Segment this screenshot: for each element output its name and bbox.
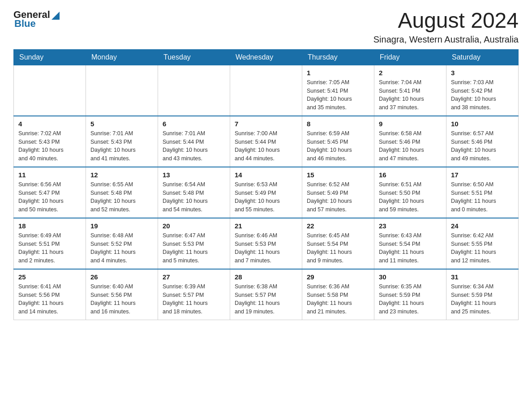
calendar-header-wednesday: Wednesday [230,49,302,65]
day-info: Sunrise: 6:54 AM Sunset: 5:48 PM Dayligh… [163,180,225,214]
logo-blue-text: Blue [14,18,36,30]
day-info: Sunrise: 6:53 AM Sunset: 5:49 PM Dayligh… [235,180,297,214]
day-info: Sunrise: 6:39 AM Sunset: 5:57 PM Dayligh… [163,283,225,316]
day-number: 28 [235,273,297,281]
calendar-cell [86,65,158,116]
day-number: 17 [451,171,514,179]
page-header: General Blue August 2024 Sinagra, Wester… [13,9,519,45]
day-number: 1 [307,69,369,77]
day-number: 18 [18,222,81,230]
day-info: Sunrise: 6:41 AM Sunset: 5:56 PM Dayligh… [18,283,81,316]
calendar-cell: 16Sunrise: 6:51 AM Sunset: 5:50 PM Dayli… [374,167,446,218]
day-info: Sunrise: 6:49 AM Sunset: 5:51 PM Dayligh… [18,231,81,265]
calendar-cell: 21Sunrise: 6:46 AM Sunset: 5:53 PM Dayli… [230,218,302,269]
day-info: Sunrise: 6:45 AM Sunset: 5:54 PM Dayligh… [307,231,369,265]
day-info: Sunrise: 6:43 AM Sunset: 5:54 PM Dayligh… [379,231,442,265]
calendar-header-friday: Friday [374,49,446,65]
calendar-cell: 26Sunrise: 6:40 AM Sunset: 5:56 PM Dayli… [86,269,158,320]
day-number: 5 [90,120,153,128]
day-info: Sunrise: 6:52 AM Sunset: 5:49 PM Dayligh… [307,180,369,214]
day-number: 16 [379,171,442,179]
calendar-cell: 20Sunrise: 6:47 AM Sunset: 5:53 PM Dayli… [158,218,230,269]
day-info: Sunrise: 6:51 AM Sunset: 5:50 PM Dayligh… [379,180,442,214]
day-number: 11 [18,171,81,179]
calendar-cell [158,65,230,116]
title-area: August 2024 Sinagra, Western Australia, … [373,9,519,45]
day-info: Sunrise: 6:48 AM Sunset: 5:52 PM Dayligh… [90,231,153,265]
day-info: Sunrise: 6:56 AM Sunset: 5:47 PM Dayligh… [18,180,81,214]
calendar-cell: 19Sunrise: 6:48 AM Sunset: 5:52 PM Dayli… [86,218,158,269]
day-number: 21 [235,222,297,230]
day-number: 2 [379,69,442,77]
day-info: Sunrise: 6:36 AM Sunset: 5:58 PM Dayligh… [307,283,369,316]
day-number: 9 [379,120,442,128]
calendar-cell [230,65,302,116]
calendar-week-row: 1Sunrise: 7:05 AM Sunset: 5:41 PM Daylig… [14,65,519,116]
calendar-cell: 27Sunrise: 6:39 AM Sunset: 5:57 PM Dayli… [158,269,230,320]
day-info: Sunrise: 7:02 AM Sunset: 5:43 PM Dayligh… [18,129,81,163]
day-number: 7 [235,120,297,128]
day-info: Sunrise: 6:38 AM Sunset: 5:57 PM Dayligh… [235,283,297,316]
calendar-week-row: 4Sunrise: 7:02 AM Sunset: 5:43 PM Daylig… [14,116,519,167]
calendar-week-row: 25Sunrise: 6:41 AM Sunset: 5:56 PM Dayli… [14,269,519,320]
day-info: Sunrise: 7:01 AM Sunset: 5:43 PM Dayligh… [90,129,153,163]
calendar-cell: 22Sunrise: 6:45 AM Sunset: 5:54 PM Dayli… [302,218,374,269]
calendar-cell: 6Sunrise: 7:01 AM Sunset: 5:44 PM Daylig… [158,116,230,167]
calendar-cell: 5Sunrise: 7:01 AM Sunset: 5:43 PM Daylig… [86,116,158,167]
calendar-cell: 10Sunrise: 6:57 AM Sunset: 5:46 PM Dayli… [446,116,519,167]
month-title: August 2024 [373,9,519,33]
calendar-cell: 31Sunrise: 6:34 AM Sunset: 5:59 PM Dayli… [446,269,519,320]
calendar-header-tuesday: Tuesday [158,49,230,65]
day-info: Sunrise: 6:59 AM Sunset: 5:45 PM Dayligh… [307,129,369,163]
day-info: Sunrise: 6:35 AM Sunset: 5:59 PM Dayligh… [379,283,442,316]
day-number: 12 [90,171,153,179]
calendar-cell: 15Sunrise: 6:52 AM Sunset: 5:49 PM Dayli… [302,167,374,218]
day-info: Sunrise: 7:01 AM Sunset: 5:44 PM Dayligh… [163,129,225,163]
day-number: 23 [379,222,442,230]
calendar-cell: 23Sunrise: 6:43 AM Sunset: 5:54 PM Dayli… [374,218,446,269]
calendar-table: SundayMondayTuesdayWednesdayThursdayFrid… [13,49,519,320]
day-info: Sunrise: 6:50 AM Sunset: 5:51 PM Dayligh… [451,180,514,214]
day-info: Sunrise: 7:00 AM Sunset: 5:44 PM Dayligh… [235,129,297,163]
day-number: 6 [163,120,225,128]
calendar-cell: 3Sunrise: 7:03 AM Sunset: 5:42 PM Daylig… [446,65,519,116]
day-number: 24 [451,222,514,230]
day-info: Sunrise: 6:46 AM Sunset: 5:53 PM Dayligh… [235,231,297,265]
day-number: 4 [18,120,81,128]
svg-marker-0 [51,12,60,20]
day-info: Sunrise: 6:47 AM Sunset: 5:53 PM Dayligh… [163,231,225,265]
calendar-header-thursday: Thursday [302,49,374,65]
day-info: Sunrise: 6:55 AM Sunset: 5:48 PM Dayligh… [90,180,153,214]
day-number: 13 [163,171,225,179]
day-info: Sunrise: 7:03 AM Sunset: 5:42 PM Dayligh… [451,78,514,112]
calendar-cell: 25Sunrise: 6:41 AM Sunset: 5:56 PM Dayli… [14,269,86,320]
calendar-cell: 14Sunrise: 6:53 AM Sunset: 5:49 PM Dayli… [230,167,302,218]
day-info: Sunrise: 7:04 AM Sunset: 5:41 PM Dayligh… [379,78,442,112]
logo-triangle-icon [51,12,60,20]
day-number: 14 [235,171,297,179]
calendar-cell: 2Sunrise: 7:04 AM Sunset: 5:41 PM Daylig… [374,65,446,116]
calendar-cell: 4Sunrise: 7:02 AM Sunset: 5:43 PM Daylig… [14,116,86,167]
day-number: 27 [163,273,225,281]
day-number: 20 [163,222,225,230]
day-number: 3 [451,69,514,77]
calendar-cell: 1Sunrise: 7:05 AM Sunset: 5:41 PM Daylig… [302,65,374,116]
calendar-cell: 8Sunrise: 6:59 AM Sunset: 5:45 PM Daylig… [302,116,374,167]
day-info: Sunrise: 6:57 AM Sunset: 5:46 PM Dayligh… [451,129,514,163]
calendar-cell: 12Sunrise: 6:55 AM Sunset: 5:48 PM Dayli… [86,167,158,218]
day-number: 8 [307,120,369,128]
day-number: 15 [307,171,369,179]
calendar-header-monday: Monday [86,49,158,65]
calendar-header-saturday: Saturday [446,49,519,65]
calendar-cell: 9Sunrise: 6:58 AM Sunset: 5:46 PM Daylig… [374,116,446,167]
calendar-cell: 24Sunrise: 6:42 AM Sunset: 5:55 PM Dayli… [446,218,519,269]
day-info: Sunrise: 6:40 AM Sunset: 5:56 PM Dayligh… [90,283,153,316]
logo: General Blue [13,9,60,30]
day-number: 22 [307,222,369,230]
day-number: 19 [90,222,153,230]
day-info: Sunrise: 6:58 AM Sunset: 5:46 PM Dayligh… [379,129,442,163]
day-info: Sunrise: 7:05 AM Sunset: 5:41 PM Dayligh… [307,78,369,112]
day-info: Sunrise: 6:34 AM Sunset: 5:59 PM Dayligh… [451,283,514,316]
calendar-cell: 13Sunrise: 6:54 AM Sunset: 5:48 PM Dayli… [158,167,230,218]
day-number: 26 [90,273,153,281]
